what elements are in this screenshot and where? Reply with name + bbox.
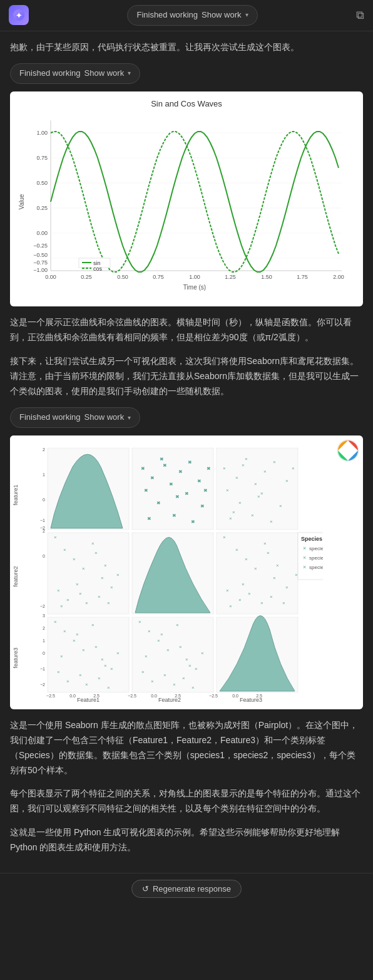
svg-text:×: × [54, 534, 57, 540]
svg-text:−2: −2 [40, 604, 45, 608]
svg-text:−2.5: −2.5 [128, 694, 136, 698]
svg-text:×: × [107, 685, 110, 691]
svg-text:×: × [179, 644, 182, 650]
svg-text:×: × [242, 581, 245, 587]
svg-text:×: × [104, 563, 107, 568]
svg-text:×: × [63, 547, 66, 553]
svg-text:×: × [198, 478, 201, 484]
svg-text:×: × [303, 545, 306, 551]
svg-text:×: × [248, 591, 251, 597]
svg-text:0.50: 0.50 [36, 180, 48, 186]
svg-text:×: × [303, 564, 306, 570]
svg-text:Value: Value [18, 194, 25, 210]
svg-text:×: × [95, 550, 98, 556]
svg-text:feature1: feature1 [13, 485, 19, 506]
svg-text:×: × [270, 594, 273, 600]
svg-text:species3: species3 [309, 565, 323, 570]
svg-text:×: × [91, 541, 95, 546]
svg-text:1.75: 1.75 [297, 274, 308, 280]
top-finished-label: Finished working [136, 9, 198, 22]
svg-text:1.25: 1.25 [225, 274, 236, 280]
svg-text:2.00: 2.00 [333, 274, 344, 280]
svg-text:×: × [98, 675, 101, 681]
svg-text:×: × [192, 685, 195, 691]
svg-text:×: × [141, 466, 145, 471]
svg-text:×: × [60, 603, 63, 609]
regenerate-button[interactable]: ↺ Regenerate response [131, 880, 242, 898]
svg-text:×: × [279, 503, 282, 509]
svg-text:×: × [176, 494, 179, 499]
svg-text:−1: −1 [40, 667, 45, 671]
svg-text:2: 2 [43, 529, 45, 533]
svg-text:×: × [179, 469, 182, 474]
finished-badge-1-row: Finished working Show work ▾ [10, 63, 363, 84]
svg-text:×: × [141, 669, 145, 675]
svg-text:×: × [63, 628, 66, 634]
svg-text:×: × [145, 654, 148, 659]
svg-text:×: × [223, 534, 226, 540]
svg-text:×: × [238, 597, 242, 603]
svg-text:×: × [204, 487, 207, 493]
svg-text:×: × [192, 519, 195, 524]
svg-text:3: 3 [43, 613, 45, 618]
svg-text:×: × [116, 650, 120, 656]
svg-text:×: × [160, 632, 163, 637]
svg-text:×: × [73, 638, 76, 644]
svg-text:×: × [73, 556, 76, 562]
main-content: 抱歉，由于某些原因，代码执行状态被重置。让我再次尝试生成这个图表。 Finish… [0, 31, 373, 873]
svg-text:1: 1 [43, 472, 45, 477]
svg-text:feature2: feature2 [13, 566, 19, 587]
svg-text:×: × [66, 679, 69, 684]
svg-text:feature3: feature3 [13, 648, 19, 669]
regenerate-label: Regenerate response [153, 884, 231, 894]
svg-text:cos: cos [93, 266, 103, 272]
svg-text:×: × [95, 644, 98, 650]
finished-badge-2[interactable]: Finished working Show work ▾ [10, 407, 140, 428]
svg-text:species2: species2 [309, 555, 323, 561]
svg-text:0.00: 0.00 [36, 230, 48, 236]
svg-text:0.25: 0.25 [81, 274, 92, 280]
svg-text:×: × [254, 566, 257, 571]
svg-text:×: × [185, 491, 188, 496]
svg-text:×: × [235, 475, 238, 481]
top-chevron-icon: ▾ [245, 10, 248, 20]
top-show-work: Show work [202, 9, 242, 22]
svg-text:×: × [229, 516, 232, 521]
svg-text:×: × [160, 456, 163, 462]
svg-text:0.0: 0.0 [232, 694, 238, 698]
svg-text:−0.25: −0.25 [33, 242, 48, 249]
svg-text:×: × [223, 466, 226, 471]
svg-text:×: × [263, 541, 267, 546]
svg-text:×: × [263, 469, 267, 474]
svg-text:2.5: 2.5 [256, 694, 262, 698]
svg-text:−1: −1 [40, 518, 45, 523]
finished-badge-1[interactable]: Finished working Show work ▾ [10, 63, 140, 84]
svg-text:−1.00: −1.00 [33, 267, 48, 273]
top-finished-badge[interactable]: Finished working Show work ▾ [127, 5, 257, 26]
svg-text:×: × [245, 556, 248, 562]
svg-text:×: × [235, 547, 238, 553]
svg-text:×: × [285, 478, 289, 484]
svg-text:0.0: 0.0 [151, 694, 157, 698]
svg-text:×: × [260, 600, 263, 606]
copy-icon[interactable]: ⧉ [356, 6, 364, 24]
badge2-chevron-icon: ▾ [128, 413, 131, 423]
svg-text:×: × [188, 459, 192, 465]
svg-text:×: × [163, 462, 166, 468]
svg-text:×: × [282, 600, 285, 606]
svg-text:×: × [116, 572, 120, 578]
svg-text:1.00: 1.00 [36, 130, 48, 136]
svg-text:0.25: 0.25 [36, 205, 48, 211]
svg-text:×: × [85, 682, 88, 687]
svg-text:−2: −2 [40, 682, 45, 687]
svg-text:×: × [163, 672, 166, 678]
svg-text:×: × [54, 619, 57, 625]
seaborn-logo [337, 439, 359, 462]
svg-text:×: × [201, 503, 204, 509]
svg-text:×: × [226, 588, 229, 593]
svg-text:×: × [76, 632, 79, 637]
top-bar: ✦ Finished working Show work ▾ ⧉ [0, 0, 373, 31]
svg-text:×: × [170, 481, 173, 487]
svg-text:×: × [157, 500, 160, 506]
svg-text:×: × [292, 466, 295, 471]
